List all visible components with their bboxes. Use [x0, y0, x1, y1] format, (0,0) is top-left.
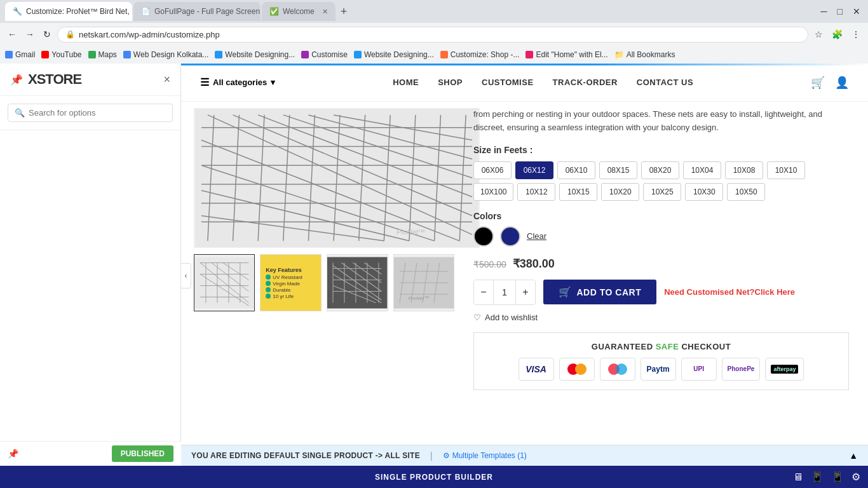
color-black[interactable] — [473, 226, 494, 247]
size-label: Size in Feets : — [473, 145, 849, 155]
bookmark-all-bookmarks[interactable]: 📁 All Bookmarks — [614, 50, 675, 59]
user-header-icon[interactable]: 👤 — [835, 76, 849, 90]
add-to-cart-button[interactable]: 🛒 ADD TO CART — [543, 280, 656, 304]
bookmark-star[interactable]: ☆ — [812, 27, 825, 42]
bookmark-gmail[interactable]: Gmail — [5, 50, 35, 59]
tab-label: Customize: ProNet™ Bird Net, P — [26, 7, 132, 16]
size-btn-06x10[interactable]: 06X10 — [557, 161, 595, 179]
colors-label: Colors — [473, 211, 849, 221]
size-btn-08x20[interactable]: 08X20 — [641, 161, 679, 179]
close-window-button[interactable]: ✕ — [850, 4, 863, 19]
size-btn-08x15[interactable]: 08X15 — [599, 161, 637, 179]
quantity-decrement-button[interactable]: − — [474, 280, 493, 304]
sidebar-collapse-handle[interactable]: ‹ — [181, 263, 191, 288]
nav-customise[interactable]: CUSTOMISE — [482, 78, 534, 87]
nav-track-order[interactable]: TRACK-ORDER — [553, 78, 618, 87]
size-btn-06x06[interactable]: 06X06 — [473, 161, 512, 179]
new-tab-button[interactable]: + — [337, 5, 351, 18]
forward-button[interactable]: → — [23, 27, 37, 42]
bookmark-customise[interactable]: Customise — [301, 50, 348, 59]
builder-label: SINGLE PRODUCT BUILDER — [375, 473, 493, 482]
size-btn-10x08[interactable]: 10X08 — [725, 161, 763, 179]
cart-header-icon[interactable]: 🛒 — [811, 76, 825, 90]
tablet-view-icon[interactable]: 📱 — [811, 471, 824, 483]
mastercard-badge — [559, 358, 595, 381]
tab-bar: 🔧 Customize: ProNet™ Bird Net, P ✕ 📄 GoF… — [0, 0, 868, 23]
size-btn-10x30[interactable]: 10X30 — [685, 183, 723, 201]
nav-contact-us[interactable]: CONTACT US — [637, 78, 693, 87]
bookmark-websitedesigning-label: Website Designing... — [225, 50, 295, 59]
nav-shop[interactable]: SHOP — [438, 78, 463, 87]
clear-colors-button[interactable]: Clear — [527, 231, 546, 241]
tab-close-btn-3[interactable]: ✕ — [322, 8, 328, 16]
add-to-cart-label: ADD TO CART — [577, 287, 642, 297]
mobile-view-icon[interactable]: 📱 — [831, 471, 844, 483]
minimize-button[interactable]: ─ — [818, 4, 830, 19]
bookmark-maps[interactable]: Maps — [88, 50, 117, 59]
store-logo: XSTORE — [28, 71, 81, 88]
size-btn-10x100[interactable]: 10X100 — [473, 183, 513, 201]
thumbnail-3[interactable] — [327, 254, 388, 311]
tab-active[interactable]: 🔧 Customize: ProNet™ Bird Net, P ✕ — [5, 2, 132, 21]
bookmark-all-label: All Bookmarks — [627, 50, 675, 59]
tab-favicon: 🔧 — [13, 7, 22, 16]
wishlist-row[interactable]: ♡ Add to wishlist — [473, 313, 849, 322]
loading-bar — [181, 64, 868, 65]
bookmark-websitedesigning[interactable]: Website Designing... — [215, 50, 295, 59]
gear-icon[interactable]: ⚙ — [851, 471, 860, 483]
size-options: 06X06 06X12 06X10 08X15 08X20 10X04 10X0… — [473, 161, 849, 201]
size-btn-10x50[interactable]: 10X50 — [727, 183, 765, 201]
quantity-input[interactable] — [493, 280, 516, 304]
webdesign-favicon — [123, 51, 131, 58]
size-btn-10x04[interactable]: 10X04 — [683, 161, 721, 179]
tab-favicon-2: 📄 — [141, 7, 151, 16]
size-btn-06x12[interactable]: 06X12 — [515, 161, 553, 179]
thumbnail-2[interactable]: Key Features UV Resistant Virgin Made — [260, 254, 322, 311]
desktop-view-icon[interactable]: 🖥 — [793, 471, 803, 483]
payment-methods: VISA — [483, 358, 839, 381]
menu-button[interactable]: ⋮ — [849, 27, 863, 42]
multiple-templates-label: Multiple Templates (1) — [452, 451, 527, 460]
size-btn-10x20[interactable]: 10X20 — [601, 183, 639, 201]
bookmark-webdesign2[interactable]: Website Designing... — [354, 50, 434, 59]
search-input-wrapper[interactable]: 🔍 — [8, 104, 173, 122]
all-categories-button[interactable]: ☰ All categories ▾ — [200, 76, 275, 88]
notice-up-arrow[interactable]: ▲ — [849, 451, 858, 461]
quantity-increment-button[interactable]: + — [516, 280, 535, 304]
address-bar[interactable]: 🔒 netskart.com/wp-admin/customize.php — [57, 27, 808, 43]
tab-welcome[interactable]: ✅ Welcome ✕ — [262, 2, 336, 21]
colors-section: Colors Clear — [473, 211, 849, 247]
maps-favicon — [88, 51, 96, 58]
nav-home[interactable]: HOME — [393, 78, 419, 87]
published-button[interactable]: PUBLISHED — [112, 445, 173, 462]
size-btn-10x15[interactable]: 10X15 — [559, 183, 597, 201]
customizer-pin-icon: 📌 — [8, 449, 18, 459]
multiple-templates-link[interactable]: ⚙ Multiple Templates (1) — [443, 451, 527, 460]
bookmark-customise-label: Customise — [311, 50, 348, 59]
sidebar-close-button[interactable]: × — [163, 73, 170, 86]
search-input[interactable] — [29, 108, 166, 118]
add-to-cart-row: − + 🛒 ADD TO CART Need Customised Net?Cl… — [473, 280, 849, 305]
color-blue[interactable] — [500, 226, 520, 247]
back-button[interactable]: ← — [5, 27, 19, 42]
bookmark-youtube[interactable]: YouTube — [41, 50, 81, 59]
size-btn-10x12[interactable]: 10X12 — [517, 183, 555, 201]
bookmark-customize-shop[interactable]: Customize: Shop -... — [440, 50, 520, 59]
guaranteed-title: GUARANTEED SAFE CHECKOUT — [483, 342, 839, 351]
bookmarks-bar: Gmail YouTube Maps Web Design Kolkata...… — [0, 46, 868, 64]
bookmark-webdesign-label: Web Design Kolkata... — [133, 50, 209, 59]
tab-gofullpage[interactable]: 📄 GoFullPage - Full Page Screen Ca ✕ — [133, 2, 261, 21]
product-content: ProNet™ — [181, 102, 868, 488]
bookmark-maps-label: Maps — [98, 50, 117, 59]
thumbnail-1[interactable] — [194, 254, 255, 311]
product-description: from perching or nesting in your outdoor… — [473, 108, 849, 135]
customise-net-link[interactable]: Need Customised Net?Click Here — [664, 287, 795, 297]
size-btn-10x25[interactable]: 10X25 — [643, 183, 681, 201]
thumbnail-4[interactable]: ProNet™ — [393, 254, 454, 311]
size-btn-10x10[interactable]: 10X10 — [767, 161, 805, 179]
extensions-button[interactable]: 🧩 — [829, 27, 845, 42]
bookmark-edit-home[interactable]: Edit "Home" with El... — [526, 50, 607, 59]
refresh-button[interactable]: ↻ — [41, 27, 53, 42]
maximize-button[interactable]: □ — [835, 4, 845, 19]
bookmark-webdesign[interactable]: Web Design Kolkata... — [123, 50, 209, 59]
